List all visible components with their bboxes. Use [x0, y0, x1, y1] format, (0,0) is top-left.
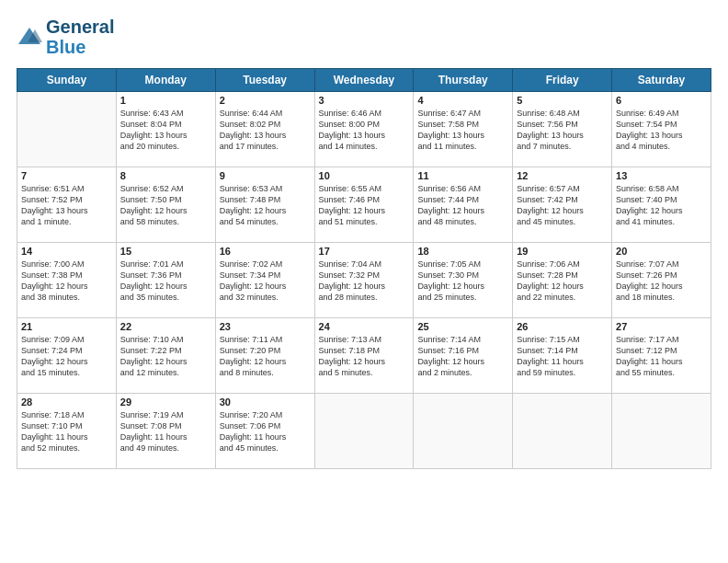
day-info: Sunrise: 7:05 AM Sunset: 7:30 PM Dayligh… — [417, 259, 508, 304]
day-cell: 28Sunrise: 7:18 AM Sunset: 7:10 PM Dayli… — [17, 394, 117, 469]
day-info: Sunrise: 7:20 AM Sunset: 7:06 PM Dayligh… — [220, 409, 311, 454]
day-number: 21 — [21, 321, 112, 332]
day-number: 3 — [319, 95, 410, 106]
day-cell: 16Sunrise: 7:02 AM Sunset: 7:34 PM Dayli… — [215, 243, 314, 318]
day-number: 29 — [120, 396, 211, 408]
calendar-table: SundayMondayTuesdayWednesdayThursdayFrid… — [17, 68, 711, 469]
page-container: General Blue SundayMondayTuesdayWednesda… — [0, 0, 728, 563]
day-info: Sunrise: 6:46 AM Sunset: 8:00 PM Dayligh… — [319, 108, 410, 153]
day-cell — [612, 394, 711, 469]
day-info: Sunrise: 6:53 AM Sunset: 7:48 PM Dayligh… — [220, 183, 311, 228]
day-cell: 1Sunrise: 6:43 AM Sunset: 8:04 PM Daylig… — [116, 92, 215, 167]
day-number: 7 — [21, 170, 112, 181]
day-cell — [17, 92, 117, 167]
day-cell: 26Sunrise: 7:15 AM Sunset: 7:14 PM Dayli… — [513, 318, 612, 394]
day-number: 4 — [417, 95, 508, 106]
weekday-header: SundayMondayTuesdayWednesdayThursdayFrid… — [17, 69, 711, 92]
day-cell: 21Sunrise: 7:09 AM Sunset: 7:24 PM Dayli… — [17, 318, 117, 394]
weekday-monday: Monday — [116, 69, 215, 92]
day-cell: 22Sunrise: 7:10 AM Sunset: 7:22 PM Dayli… — [116, 318, 215, 394]
day-info: Sunrise: 6:51 AM Sunset: 7:52 PM Dayligh… — [21, 183, 112, 228]
header: General Blue — [17, 17, 711, 57]
logo: General Blue — [17, 17, 114, 57]
day-number: 10 — [319, 170, 410, 181]
day-number: 23 — [220, 321, 311, 332]
day-info: Sunrise: 6:56 AM Sunset: 7:44 PM Dayligh… — [417, 183, 508, 228]
day-cell: 3Sunrise: 6:46 AM Sunset: 8:00 PM Daylig… — [314, 92, 414, 167]
day-number: 22 — [120, 321, 211, 332]
day-cell: 29Sunrise: 7:19 AM Sunset: 7:08 PM Dayli… — [116, 394, 215, 469]
weekday-friday: Friday — [513, 69, 612, 92]
day-number: 15 — [120, 246, 211, 257]
day-cell: 27Sunrise: 7:17 AM Sunset: 7:12 PM Dayli… — [612, 318, 711, 394]
day-cell: 9Sunrise: 6:53 AM Sunset: 7:48 PM Daylig… — [215, 167, 314, 243]
day-cell: 7Sunrise: 6:51 AM Sunset: 7:52 PM Daylig… — [17, 167, 117, 243]
day-number: 12 — [517, 170, 608, 181]
weekday-thursday: Thursday — [414, 69, 513, 92]
day-cell: 2Sunrise: 6:44 AM Sunset: 8:02 PM Daylig… — [215, 92, 314, 167]
day-info: Sunrise: 7:14 AM Sunset: 7:16 PM Dayligh… — [417, 334, 508, 379]
day-info: Sunrise: 7:10 AM Sunset: 7:22 PM Dayligh… — [120, 334, 211, 379]
day-cell: 13Sunrise: 6:58 AM Sunset: 7:40 PM Dayli… — [612, 167, 711, 243]
day-info: Sunrise: 7:01 AM Sunset: 7:36 PM Dayligh… — [120, 259, 211, 304]
day-cell: 4Sunrise: 6:47 AM Sunset: 7:58 PM Daylig… — [414, 92, 513, 167]
day-number: 8 — [120, 170, 211, 181]
day-info: Sunrise: 6:43 AM Sunset: 8:04 PM Dayligh… — [120, 108, 211, 153]
day-number: 18 — [417, 246, 508, 257]
logo-text: General Blue — [46, 17, 114, 57]
day-number: 5 — [517, 95, 608, 106]
logo-icon — [17, 24, 42, 50]
week-row-5: 28Sunrise: 7:18 AM Sunset: 7:10 PM Dayli… — [17, 394, 711, 469]
day-cell: 30Sunrise: 7:20 AM Sunset: 7:06 PM Dayli… — [215, 394, 314, 469]
day-info: Sunrise: 7:18 AM Sunset: 7:10 PM Dayligh… — [21, 409, 112, 454]
weekday-tuesday: Tuesday — [215, 69, 314, 92]
day-info: Sunrise: 7:02 AM Sunset: 7:34 PM Dayligh… — [220, 259, 311, 304]
day-info: Sunrise: 6:55 AM Sunset: 7:46 PM Dayligh… — [319, 183, 410, 228]
day-info: Sunrise: 6:57 AM Sunset: 7:42 PM Dayligh… — [517, 183, 608, 228]
day-cell: 5Sunrise: 6:48 AM Sunset: 7:56 PM Daylig… — [513, 92, 612, 167]
day-cell: 15Sunrise: 7:01 AM Sunset: 7:36 PM Dayli… — [116, 243, 215, 318]
day-number: 26 — [517, 321, 608, 332]
day-cell: 11Sunrise: 6:56 AM Sunset: 7:44 PM Dayli… — [414, 167, 513, 243]
day-info: Sunrise: 6:44 AM Sunset: 8:02 PM Dayligh… — [220, 108, 311, 153]
day-number: 11 — [417, 170, 508, 181]
week-row-2: 7Sunrise: 6:51 AM Sunset: 7:52 PM Daylig… — [17, 167, 711, 243]
day-number: 30 — [220, 396, 311, 408]
day-cell: 10Sunrise: 6:55 AM Sunset: 7:46 PM Dayli… — [314, 167, 414, 243]
day-info: Sunrise: 7:13 AM Sunset: 7:18 PM Dayligh… — [319, 334, 410, 379]
week-row-4: 21Sunrise: 7:09 AM Sunset: 7:24 PM Dayli… — [17, 318, 711, 394]
day-cell — [414, 394, 513, 469]
day-cell: 8Sunrise: 6:52 AM Sunset: 7:50 PM Daylig… — [116, 167, 215, 243]
day-info: Sunrise: 6:52 AM Sunset: 7:50 PM Dayligh… — [120, 183, 211, 228]
day-cell: 17Sunrise: 7:04 AM Sunset: 7:32 PM Dayli… — [314, 243, 414, 318]
day-cell: 25Sunrise: 7:14 AM Sunset: 7:16 PM Dayli… — [414, 318, 513, 394]
day-number: 20 — [616, 246, 707, 257]
day-info: Sunrise: 6:48 AM Sunset: 7:56 PM Dayligh… — [517, 108, 608, 153]
day-info: Sunrise: 7:00 AM Sunset: 7:38 PM Dayligh… — [21, 259, 112, 304]
calendar-body: 1Sunrise: 6:43 AM Sunset: 8:04 PM Daylig… — [17, 92, 711, 469]
day-info: Sunrise: 7:06 AM Sunset: 7:28 PM Dayligh… — [517, 259, 608, 304]
day-number: 17 — [319, 246, 410, 257]
week-row-3: 14Sunrise: 7:00 AM Sunset: 7:38 PM Dayli… — [17, 243, 711, 318]
weekday-wednesday: Wednesday — [314, 69, 414, 92]
day-info: Sunrise: 7:07 AM Sunset: 7:26 PM Dayligh… — [616, 259, 707, 304]
day-cell: 20Sunrise: 7:07 AM Sunset: 7:26 PM Dayli… — [612, 243, 711, 318]
day-number: 1 — [120, 95, 211, 106]
day-cell — [314, 394, 414, 469]
day-info: Sunrise: 6:58 AM Sunset: 7:40 PM Dayligh… — [616, 183, 707, 228]
day-number: 14 — [21, 246, 112, 257]
day-info: Sunrise: 7:17 AM Sunset: 7:12 PM Dayligh… — [616, 334, 707, 379]
day-info: Sunrise: 7:15 AM Sunset: 7:14 PM Dayligh… — [517, 334, 608, 379]
day-number: 24 — [319, 321, 410, 332]
day-number: 13 — [616, 170, 707, 181]
day-number: 9 — [220, 170, 311, 181]
day-cell: 14Sunrise: 7:00 AM Sunset: 7:38 PM Dayli… — [17, 243, 117, 318]
day-info: Sunrise: 7:19 AM Sunset: 7:08 PM Dayligh… — [120, 409, 211, 454]
day-info: Sunrise: 6:49 AM Sunset: 7:54 PM Dayligh… — [616, 108, 707, 153]
day-number: 16 — [220, 246, 311, 257]
day-number: 19 — [517, 246, 608, 257]
day-cell: 18Sunrise: 7:05 AM Sunset: 7:30 PM Dayli… — [414, 243, 513, 318]
day-number: 6 — [616, 95, 707, 106]
weekday-saturday: Saturday — [612, 69, 711, 92]
day-info: Sunrise: 7:09 AM Sunset: 7:24 PM Dayligh… — [21, 334, 112, 379]
